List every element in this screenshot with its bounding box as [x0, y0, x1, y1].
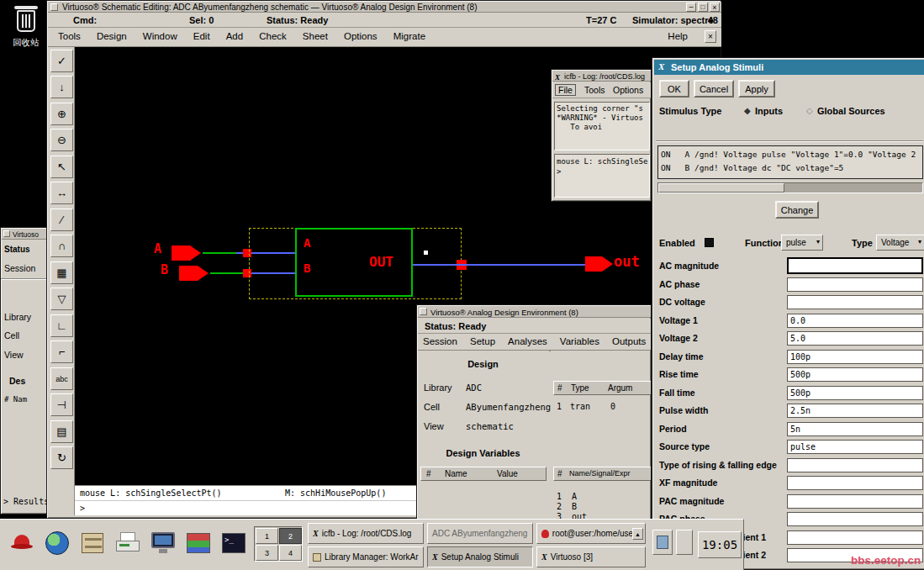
inputs-radio-label[interactable]: Inputs: [755, 106, 783, 116]
ade-library-value[interactable]: ADC: [466, 383, 482, 393]
wire-a-segment[interactable]: [203, 252, 236, 254]
display-settings-launcher[interactable]: [148, 528, 178, 558]
menu-migrate[interactable]: Migrate: [387, 28, 432, 45]
stimulus-list-hscrollbar[interactable]: [657, 182, 923, 193]
stimulus-list-item[interactable]: ON A /gnd! Voltage pulse "Voltage 1"=0.0…: [661, 148, 920, 161]
clock[interactable]: 19:05: [698, 531, 742, 558]
minimize-button[interactable]: –: [686, 3, 696, 12]
task-button-cds-log[interactable]: X icfb - Log: /root/CDS.log: [308, 523, 424, 544]
workspace-2[interactable]: 2: [279, 528, 302, 544]
stimuli-titlebar[interactable]: X Setup Analog Stimuli: [654, 60, 924, 75]
window-menu-icon[interactable]: [50, 3, 58, 11]
enabled-checkbox[interactable]: [705, 238, 714, 247]
function-dropdown[interactable]: pulse ▾: [781, 235, 823, 251]
menu-tools[interactable]: Tools: [51, 28, 87, 45]
descend-tool[interactable]: ↓: [50, 76, 73, 98]
log-menu-file[interactable]: File: [555, 84, 576, 96]
trash-shortcut[interactable]: 回收站: [7, 3, 45, 50]
fall-time-input[interactable]: 500p: [787, 386, 923, 400]
instance-tool[interactable]: ▦: [50, 261, 73, 284]
redhat-menu-button[interactable]: [7, 528, 37, 558]
ade-menu-analyses[interactable]: Analyses: [503, 334, 552, 349]
fragment-titlebar[interactable]: Virtuoso: [2, 229, 52, 240]
stimulus-list-item[interactable]: ON B /gnd! Voltage dc "DC voltage"=5: [661, 161, 920, 175]
window-list-arrow[interactable]: ▲: [632, 528, 643, 540]
apply-button[interactable]: Apply: [738, 80, 775, 98]
cancel-button[interactable]: Cancel: [694, 80, 734, 98]
menubar-close-button[interactable]: ×: [705, 30, 716, 43]
browser-launcher[interactable]: [42, 528, 72, 558]
rise-time-input[interactable]: 500p: [787, 367, 923, 382]
log-menu-options[interactable]: Options: [613, 85, 643, 95]
window-menu-icon[interactable]: [3, 230, 10, 237]
voltage-2-input[interactable]: 5.0: [787, 331, 923, 346]
task-button-setup-stimuli[interactable]: X Setup Analog Stimuli: [427, 546, 533, 567]
theme-launcher[interactable]: [183, 528, 214, 558]
ac-magnitude-input[interactable]: [787, 257, 923, 274]
panel-applet[interactable]: [652, 530, 673, 555]
ade-cell-value[interactable]: AByumenfangzheng: [466, 402, 551, 412]
panel-handle[interactable]: [676, 530, 693, 555]
fragment-session-menu[interactable]: Session: [4, 263, 35, 273]
log-titlebar[interactable]: X icfb - Log: /root/CDS.log: [552, 71, 652, 82]
ade-menu-variables[interactable]: Variables: [555, 334, 605, 349]
window-menu-icon[interactable]: [420, 308, 427, 315]
ok-button[interactable]: OK: [659, 80, 689, 98]
ade-menu-outputs[interactable]: Outputs: [607, 334, 651, 349]
edge-type-input[interactable]: [787, 458, 923, 472]
adc-instance-block[interactable]: A B OUT: [295, 228, 413, 297]
pin-tool[interactable]: ⊣: [50, 393, 73, 416]
workspace-3[interactable]: 3: [256, 545, 278, 561]
wire-corner-tool[interactable]: ∟: [50, 314, 73, 337]
select-tool[interactable]: ✓: [50, 50, 73, 72]
task-button-library-manager[interactable]: Library Manager: WorkAr: [308, 546, 424, 567]
menu-check[interactable]: Check: [252, 28, 293, 45]
pulse-width-input[interactable]: 2.5n: [787, 404, 923, 418]
hook-tool[interactable]: ∩: [50, 235, 73, 257]
ade-menu-setup[interactable]: Setup: [465, 334, 500, 349]
delay-time-input[interactable]: 100p: [787, 350, 923, 364]
log-output-area[interactable]: Selecting corner "s *WARNING* - Virtuos …: [554, 102, 650, 150]
log-input-area[interactable]: mouse L: schSingleSe >: [554, 154, 650, 198]
inputs-radio-icon[interactable]: ◆: [744, 106, 751, 115]
menu-design[interactable]: Design: [90, 28, 134, 45]
task-button-terminal[interactable]: root@user:/home/user1 ▲: [536, 523, 646, 544]
log-menu-tools[interactable]: Tools: [584, 85, 605, 95]
task-button-adc-schematic[interactable]: ADC AByumenfangzheng: [427, 523, 533, 544]
change-button[interactable]: Change: [775, 201, 819, 219]
task-button-virtuoso[interactable]: X Virtuoso [3]: [536, 546, 646, 567]
ade-view-value[interactable]: schematic: [466, 421, 514, 431]
wire-b-segment[interactable]: [210, 272, 243, 274]
menu-edit[interactable]: Edit: [187, 28, 217, 45]
zoom-out-tool[interactable]: ⊖: [50, 129, 73, 151]
stretch-tool[interactable]: ↔: [50, 182, 73, 204]
temp-coefficient-1-input[interactable]: [787, 530, 923, 545]
menu-options[interactable]: Options: [337, 28, 384, 45]
output-row[interactable]: 2 B: [553, 502, 652, 512]
menu-add[interactable]: Add: [219, 28, 250, 45]
global-sources-radio-label[interactable]: Global Sources: [817, 106, 885, 116]
label-tool[interactable]: abc: [50, 367, 73, 390]
maximize-button[interactable]: □: [698, 3, 708, 12]
type-dropdown[interactable]: Voltage ▾: [876, 235, 924, 251]
terminal-launcher[interactable]: >_: [219, 528, 249, 558]
dc-voltage-input[interactable]: [787, 295, 923, 309]
ade-titlebar[interactable]: Virtuoso® Analog Design Environment (8): [418, 306, 652, 318]
stimulus-list[interactable]: ON A /gnd! Voltage pulse "Voltage 1"=0.0…: [657, 145, 923, 179]
pac-phase-input[interactable]: [787, 512, 923, 526]
ade-menu-session[interactable]: Session: [418, 334, 462, 349]
workspace-1[interactable]: 1: [256, 528, 278, 544]
redraw-tool[interactable]: ↻: [50, 446, 73, 469]
pac-magnitude-input[interactable]: [787, 494, 923, 509]
xf-magnitude-input[interactable]: [787, 476, 923, 490]
input-pin-a[interactable]: [172, 245, 190, 261]
workspace-4[interactable]: 4: [279, 545, 302, 561]
wire-tool[interactable]: ∕: [50, 208, 73, 231]
close-button[interactable]: ×: [710, 3, 720, 12]
wire-out-segment[interactable]: [413, 264, 585, 266]
source-type-input[interactable]: pulse: [787, 440, 923, 454]
pan-tool[interactable]: ↖: [50, 156, 73, 178]
menu-window[interactable]: Window: [136, 28, 184, 45]
menu-sheet[interactable]: Sheet: [296, 28, 335, 45]
files-launcher[interactable]: [77, 528, 108, 558]
